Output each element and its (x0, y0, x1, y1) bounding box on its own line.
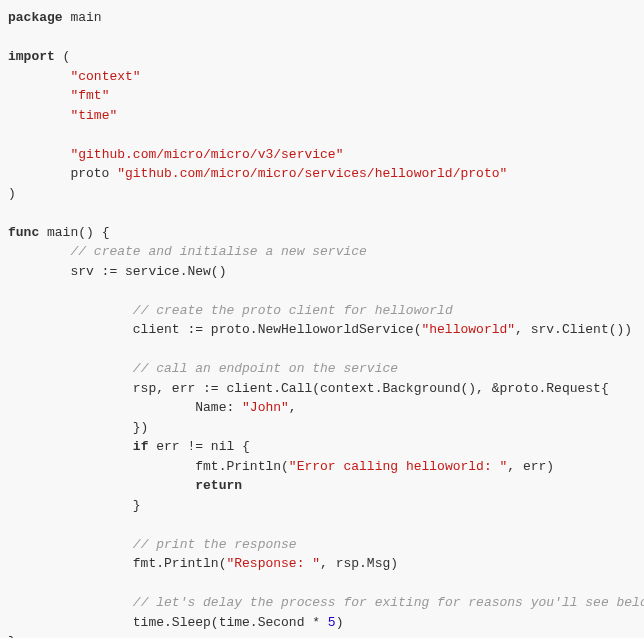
keyword-import: import (8, 49, 55, 64)
sleep-b: ) (336, 615, 344, 630)
request-name-a: Name: (8, 400, 242, 415)
println-rsp-a: fmt.Println( (8, 556, 226, 571)
paren: ( (55, 49, 71, 64)
println-err-a: fmt.Println( (8, 459, 289, 474)
import-time: "time" (70, 108, 117, 123)
indent (8, 88, 70, 103)
code-block: package main import ( "context" "fmt" "t… (8, 8, 636, 638)
indent (8, 537, 133, 552)
keyword-package: package (8, 10, 63, 25)
err-check: err != nil { (148, 439, 249, 454)
comment-proto-client: // create the proto client for helloworl… (133, 303, 453, 318)
println-rsp-b: , rsp.Msg) (320, 556, 398, 571)
keyword-func: func (8, 225, 39, 240)
str-helloworld: "helloworld" (421, 322, 515, 337)
indent (8, 69, 70, 84)
import-fmt: "fmt" (70, 88, 109, 103)
client-call: rsp, err := client.Call(context.Backgrou… (8, 381, 609, 396)
import-context: "context" (70, 69, 140, 84)
sleep-a: time.Sleep(time.Second * (8, 615, 328, 630)
keyword-if: if (133, 439, 149, 454)
indent (8, 303, 133, 318)
comment-delay: // let's delay the process for exiting f… (133, 595, 644, 610)
close-brace: }) (8, 420, 148, 435)
indent (8, 361, 133, 376)
indent (8, 108, 70, 123)
pkg-name: main (63, 10, 102, 25)
num-5: 5 (328, 615, 336, 630)
client-new-b: , srv.Client()) (515, 322, 632, 337)
indent (8, 244, 70, 259)
import-service: "github.com/micro/micro/v3/service" (70, 147, 343, 162)
client-new-a: client := proto.NewHelloworldService( (8, 322, 421, 337)
comment-create-service: // create and initialise a new service (70, 244, 366, 259)
srv-new: srv := service.New() (8, 264, 226, 279)
paren-close: ) (8, 186, 16, 201)
str-john: "John" (242, 400, 289, 415)
comment-call-endpoint: // call an endpoint on the service (133, 361, 398, 376)
indent (8, 478, 195, 493)
import-proto-alias: proto (8, 166, 117, 181)
import-proto: "github.com/micro/micro/services/hellowo… (117, 166, 507, 181)
func-main: main() { (39, 225, 109, 240)
request-name-b: , (289, 400, 297, 415)
str-response: "Response: " (226, 556, 320, 571)
comment-print-response: // print the response (133, 537, 297, 552)
println-err-b: , err) (507, 459, 554, 474)
indent (8, 595, 133, 610)
keyword-return: return (195, 478, 242, 493)
indent (8, 147, 70, 162)
indent (8, 439, 133, 454)
close-brace: } (8, 634, 16, 638)
close-brace: } (8, 498, 141, 513)
str-error: "Error calling helloworld: " (289, 459, 507, 474)
